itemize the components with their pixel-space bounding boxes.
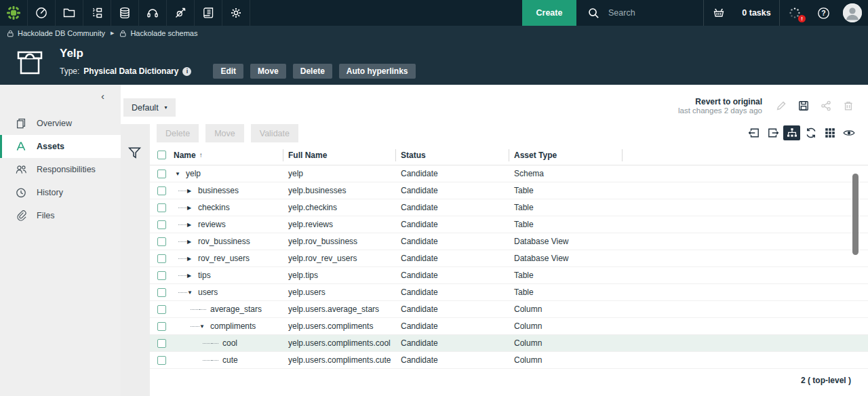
save-view-icon[interactable]: [795, 97, 812, 115]
help-icon[interactable]: ?: [810, 0, 837, 26]
sync-icon[interactable]: [802, 125, 819, 140]
table-row[interactable]: cuteyelp.users.compliments.cuteCandidate…: [150, 352, 868, 369]
breadcrumb-item[interactable]: Hackolade DB Community: [7, 29, 105, 37]
view-selector-dropdown[interactable]: Default ▾: [123, 98, 176, 117]
tree-collapse-caret-icon[interactable]: ▼: [187, 290, 195, 296]
select-all-checkbox[interactable]: [157, 151, 166, 159]
tree-expand-caret-icon[interactable]: ▶: [187, 205, 195, 211]
row-checkbox[interactable]: [157, 237, 166, 246]
policy-scroll-icon[interactable]: [195, 0, 222, 26]
global-search-input[interactable]: Search: [576, 0, 704, 26]
tree-expand-caret-icon[interactable]: ▶: [187, 273, 195, 279]
delete-view-trash-icon[interactable]: [840, 97, 857, 115]
topbar-spacer: [250, 0, 522, 26]
sidebar-item-files[interactable]: Files: [0, 204, 121, 227]
asset-name-link[interactable]: compliments: [210, 321, 256, 331]
row-checkbox[interactable]: [157, 339, 166, 348]
row-checkbox[interactable]: [157, 322, 166, 331]
import-icon[interactable]: [745, 125, 762, 140]
asset-name-link[interactable]: users: [198, 288, 218, 297]
table-row[interactable]: average_starsyelp.users.average_starsCan…: [150, 301, 868, 318]
column-header-name[interactable]: Name ↑: [174, 151, 283, 160]
row-checkbox[interactable]: [157, 288, 166, 297]
tree-expand-caret-icon[interactable]: ▶: [187, 222, 195, 228]
asset-name-link[interactable]: rov_bussiness: [198, 237, 250, 246]
tree-expand-caret-icon[interactable]: ▶: [187, 188, 195, 194]
row-checkbox[interactable]: [157, 305, 166, 314]
business-glossary-icon[interactable]: [83, 0, 111, 26]
bulk-validate-button[interactable]: Validate: [251, 124, 298, 142]
table-row[interactable]: ▶businessesyelp.businessesCandidateTable: [150, 182, 868, 199]
asset-name-link[interactable]: checkins: [198, 203, 230, 212]
table-row[interactable]: ▶rov_bussinessyelp.rov_bussinessCandidat…: [150, 233, 868, 250]
move-button[interactable]: Move: [250, 64, 286, 79]
basket-icon[interactable]: [704, 0, 734, 26]
sidebar-item-history[interactable]: History: [0, 181, 121, 204]
row-checkbox-cell: [150, 254, 174, 263]
header-actions: EditMoveDeleteAuto hyperlinks: [213, 64, 415, 79]
asset-name-link[interactable]: reviews: [198, 220, 226, 229]
sidebar-item-responsibilities[interactable]: Responsibilities: [0, 158, 121, 181]
support-headset-icon[interactable]: [139, 0, 167, 26]
asset-name-link[interactable]: cute: [222, 355, 238, 365]
table-row[interactable]: ▼usersyelp.usersCandidateTable: [150, 284, 868, 301]
asset-name-link[interactable]: rov_rev_users: [198, 254, 250, 263]
user-avatar[interactable]: [837, 0, 868, 26]
activities-spinner-icon[interactable]: !: [780, 0, 810, 26]
row-checkbox[interactable]: [157, 254, 166, 263]
tree-view-icon[interactable]: [783, 125, 800, 140]
tree-collapse-caret-icon[interactable]: ▼: [175, 171, 183, 177]
column-header-asset-type[interactable]: Asset Type: [509, 151, 622, 160]
tasks-counter[interactable]: 0 tasks: [734, 0, 780, 26]
vertical-scrollbar[interactable]: [852, 174, 859, 255]
table-row[interactable]: coolyelp.users.compliments.coolCandidate…: [150, 335, 868, 352]
row-checkbox[interactable]: [157, 356, 166, 365]
tree-expand-caret-icon[interactable]: ▶: [187, 256, 195, 262]
asset-name-link[interactable]: cool: [222, 338, 237, 348]
export-icon[interactable]: [764, 125, 781, 140]
table-row[interactable]: ▶rov_rev_usersyelp.rov_rev_usersCandidat…: [150, 250, 868, 267]
auto-hyperlinks-button[interactable]: Auto hyperlinks: [339, 64, 416, 79]
asset-name-link[interactable]: yelp: [186, 169, 201, 178]
column-header-status[interactable]: Status: [395, 151, 509, 160]
sidebar-item-assets[interactable]: Assets: [0, 135, 121, 158]
preview-eye-icon[interactable]: [840, 125, 857, 140]
asset-name-link[interactable]: average_stars: [210, 304, 262, 314]
settings-gear-icon[interactable]: [222, 0, 250, 26]
collibra-logo-icon[interactable]: [0, 0, 28, 26]
table-row[interactable]: ▼yelpyelpCandidateSchema: [150, 165, 868, 182]
rocket-icon[interactable]: [167, 0, 195, 26]
edit-view-pencil-icon[interactable]: [772, 97, 790, 115]
tree-expand-caret-icon[interactable]: ▶: [187, 239, 195, 245]
row-checkbox[interactable]: [157, 170, 166, 178]
filter-funnel-icon[interactable]: [127, 146, 142, 160]
table-row[interactable]: ▶reviewsyelp.reviewsCandidateTable: [150, 216, 868, 233]
row-checkbox[interactable]: [157, 203, 166, 212]
full-name-cell: yelp.users.compliments: [283, 321, 395, 331]
share-view-icon[interactable]: [817, 97, 835, 115]
row-checkbox[interactable]: [157, 220, 166, 229]
grid-view-icon[interactable]: [821, 125, 838, 140]
bulk-move-button[interactable]: Move: [205, 124, 244, 142]
table-row[interactable]: ▶checkinsyelp.checkinsCandidateTable: [150, 199, 868, 216]
sidebar-item-overview[interactable]: Overview: [0, 112, 121, 135]
row-checkbox[interactable]: [157, 186, 166, 195]
create-button[interactable]: Create: [522, 0, 576, 26]
database-icon[interactable]: [111, 0, 139, 26]
sidebar-collapse-button[interactable]: ‹: [101, 90, 104, 102]
catalog-folder-icon[interactable]: [56, 0, 83, 26]
asset-name-link[interactable]: businesses: [198, 186, 239, 195]
revert-to-original-link[interactable]: Revert to original: [678, 97, 762, 106]
table-row[interactable]: ▶tipsyelp.tipsCandidateTable: [150, 267, 868, 284]
asset-name-link[interactable]: tips: [198, 271, 211, 280]
dashboard-icon[interactable]: [28, 0, 56, 26]
breadcrumb-item[interactable]: Hackolade schemas: [119, 29, 197, 37]
column-header-full-name[interactable]: Full Name: [283, 151, 395, 160]
row-checkbox[interactable]: [157, 271, 166, 280]
delete-button[interactable]: Delete: [293, 64, 332, 79]
info-icon[interactable]: i: [182, 67, 191, 76]
tree-collapse-caret-icon[interactable]: ▼: [199, 323, 208, 330]
table-row[interactable]: ▼complimentsyelp.users.complimentsCandid…: [150, 318, 868, 335]
bulk-delete-button[interactable]: Delete: [157, 124, 199, 142]
edit-button[interactable]: Edit: [213, 64, 243, 79]
